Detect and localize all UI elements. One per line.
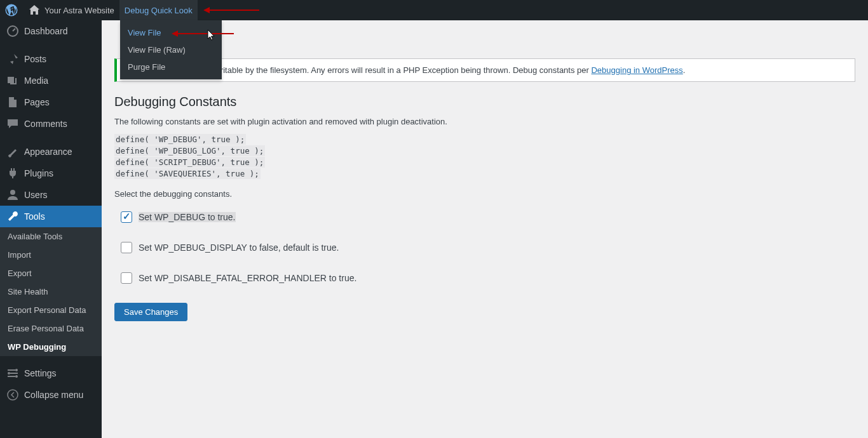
mouse-cursor-icon <box>207 29 217 44</box>
sidebar-item-label: Tools <box>24 211 45 222</box>
submenu-erase-personal-data[interactable]: Erase Personal Data <box>0 319 102 338</box>
sidebar-item-comments[interactable]: Comments <box>0 113 102 135</box>
admin-sidebar: Dashboard Posts Media Pages Comments App… <box>0 20 102 438</box>
checkbox-row-wp-debug-display: Set WP_DEBUG_DISPLAY to false, default i… <box>121 242 855 253</box>
collapse-icon <box>6 388 19 401</box>
comment-icon <box>6 117 19 130</box>
svg-point-1 <box>10 190 15 195</box>
dropdown-view-file-raw[interactable]: View File (Raw) <box>120 41 222 58</box>
site-name-label: Your Astra Website <box>44 6 114 15</box>
sidebar-item-tools[interactable]: Tools <box>0 206 102 227</box>
debug-quick-look[interactable]: Debug Quick Look <box>119 0 198 20</box>
save-button[interactable]: Save Changes <box>114 303 187 321</box>
svg-point-5 <box>15 369 18 371</box>
wp-logo[interactable] <box>0 0 23 20</box>
checkbox-label[interactable]: Set WP_DISABLE_FATAL_ERROR_HANDLER to tr… <box>139 273 356 283</box>
sidebar-item-label: Dashboard <box>24 26 68 36</box>
checkbox-row-fatal-error-handler: Set WP_DISABLE_FATAL_ERROR_HANDLER to tr… <box>121 272 855 284</box>
annotation-arrow-2 <box>177 33 234 34</box>
select-text: Select the debugging constants. <box>114 189 855 199</box>
sidebar-item-label: Settings <box>24 368 57 378</box>
dashboard-icon <box>6 25 19 37</box>
checkbox-fatal-error-handler[interactable] <box>121 272 132 284</box>
plugin-icon <box>6 167 19 180</box>
dropdown-purge-file[interactable]: Purge File <box>120 58 222 76</box>
wordpress-icon <box>5 4 18 17</box>
svg-point-6 <box>8 372 10 375</box>
annotation-arrow-1 <box>208 10 259 11</box>
sidebar-item-dashboard[interactable]: Dashboard <box>0 20 102 42</box>
sidebar-item-label: Collapse menu <box>24 390 83 400</box>
section-description: The following constants are set with plu… <box>114 117 855 126</box>
home-icon <box>28 4 41 17</box>
wrench-icon <box>6 210 19 223</box>
sidebar-item-media[interactable]: Media <box>0 70 102 91</box>
pin-icon <box>6 53 19 65</box>
sidebar-item-label: Comments <box>24 119 67 129</box>
submenu-export[interactable]: Export <box>0 264 102 282</box>
debug-dropdown: View File View File (Raw) Purge File <box>120 20 222 79</box>
submenu-export-personal-data[interactable]: Export Personal Data <box>0 301 102 319</box>
sidebar-item-label: Users <box>24 190 48 200</box>
svg-point-7 <box>15 375 18 378</box>
sidebar-item-users[interactable]: Users <box>0 184 102 206</box>
admin-toolbar: Your Astra Website Debug Quick Look <box>0 0 868 20</box>
svg-point-8 <box>8 390 18 400</box>
submenu-site-health[interactable]: Site Health <box>0 282 102 301</box>
checkbox-label[interactable]: Set WP_DEBUG to true. <box>139 212 236 222</box>
sidebar-item-pages[interactable]: Pages <box>0 91 102 113</box>
sidebar-item-settings[interactable]: Settings <box>0 362 102 384</box>
svg-rect-3 <box>10 373 18 374</box>
submenu-wp-debugging[interactable]: WP Debugging <box>0 338 102 356</box>
code-block: define( 'WP_DEBUG', true ); define( 'WP_… <box>114 134 855 180</box>
svg-rect-2 <box>8 369 15 371</box>
submenu-available-tools[interactable]: Available Tools <box>0 227 102 246</box>
svg-rect-4 <box>8 376 15 377</box>
main-content: nfig.php file must be writable by the fi… <box>102 20 868 438</box>
settings-icon <box>6 367 19 380</box>
tools-submenu: Available Tools Import Export Site Healt… <box>0 227 102 356</box>
sidebar-item-label: Pages <box>24 97 50 107</box>
sidebar-item-posts[interactable]: Posts <box>0 48 102 70</box>
notice-text-end: . <box>683 65 686 75</box>
site-home[interactable]: Your Astra Website <box>23 0 119 20</box>
checkbox-wp-debug[interactable] <box>121 211 132 223</box>
brush-icon <box>6 145 19 158</box>
sidebar-item-label: Plugins <box>24 168 53 178</box>
checkbox-row-wp-debug: Set WP_DEBUG to true. <box>121 211 855 223</box>
page-icon <box>6 96 19 109</box>
sidebar-collapse[interactable]: Collapse menu <box>0 384 102 406</box>
sidebar-item-label: Appearance <box>24 147 72 157</box>
user-icon <box>6 189 19 201</box>
checkbox-label[interactable]: Set WP_DEBUG_DISPLAY to false, default i… <box>139 242 339 253</box>
debug-quick-look-label: Debug Quick Look <box>125 6 193 15</box>
sidebar-item-appearance[interactable]: Appearance <box>0 141 102 163</box>
submenu-import[interactable]: Import <box>0 246 102 264</box>
sidebar-item-plugins[interactable]: Plugins <box>0 163 102 184</box>
notice-text: file must be writable by the filesystem.… <box>168 65 592 75</box>
sidebar-item-label: Media <box>24 76 48 86</box>
sidebar-item-label: Posts <box>24 54 46 64</box>
notice-link[interactable]: Debugging in WordPress <box>591 65 682 75</box>
section-heading: Debugging Constants <box>114 95 855 109</box>
notice-box: nfig.php file must be writable by the fi… <box>114 58 855 82</box>
checkbox-wp-debug-display[interactable] <box>121 242 132 253</box>
media-icon <box>6 74 19 87</box>
